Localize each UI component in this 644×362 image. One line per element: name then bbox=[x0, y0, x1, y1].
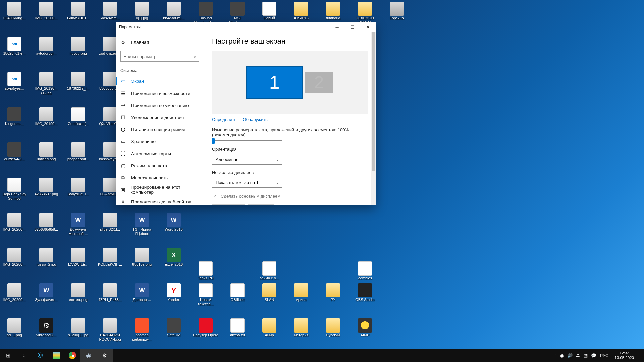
desktop-icon[interactable]: SafeUM bbox=[161, 318, 186, 337]
tray-network-icon[interactable]: 🖧 bbox=[576, 353, 580, 358]
desktop-icon[interactable]: 18738222_i... bbox=[65, 72, 91, 91]
desktop-icon[interactable]: Видео bbox=[639, 2, 644, 20]
monitor-1[interactable]: 1 bbox=[246, 66, 303, 99]
sidebar-item-1[interactable]: ☰Приложения и возможности bbox=[116, 87, 204, 99]
desktop-icon[interactable]: WТЗ - Ирина ГЦ.docx bbox=[129, 213, 155, 236]
desktop-icon[interactable]: bb4c3d6b5... bbox=[161, 2, 186, 20]
multi-display-dropdown[interactable]: Показать только на 1 ⌄ bbox=[212, 177, 282, 188]
desktop-icon[interactable]: IMG_20200... bbox=[2, 213, 27, 232]
sidebar-item-4[interactable]: ⏻Питание и спящий режим bbox=[116, 123, 204, 135]
desktop-icon[interactable]: НАЗВАНИЯ РОССИИ.jpg bbox=[97, 318, 123, 342]
slider-thumb[interactable] bbox=[212, 138, 215, 144]
scale-slider[interactable] bbox=[212, 140, 282, 141]
desktop-icon[interactable]: quizlet-4-3... bbox=[2, 142, 27, 161]
sidebar-item-10[interactable]: ⌗Приложения для веб-сайтов bbox=[116, 196, 204, 205]
desktop-icon[interactable]: s1200[1].jpg bbox=[65, 318, 91, 337]
monitor-2[interactable]: 2 bbox=[305, 72, 333, 93]
desktop-icon[interactable]: ТЕЛЕФОН ИРИНА bbox=[352, 2, 378, 25]
sidebar-item-2[interactable]: ⮩Приложения по умолчанию bbox=[116, 99, 204, 111]
desktop-icon[interactable]: WДокумент Microsoft ... bbox=[65, 213, 91, 236]
desktop-icon[interactable]: OBS Studio bbox=[352, 283, 378, 302]
desktop-icon[interactable]: ирина bbox=[288, 283, 314, 302]
desktop-icon[interactable]: 686102.png bbox=[129, 248, 155, 267]
desktop-icon[interactable]: IMG_20200... bbox=[34, 2, 59, 20]
desktop-icon[interactable]: Новый текстов... bbox=[193, 283, 218, 306]
desktop-icon[interactable]: pdf18628_c1fe... bbox=[2, 37, 27, 56]
taskbar-steam[interactable]: ◉ bbox=[80, 349, 97, 362]
taskbar-app1[interactable] bbox=[48, 349, 64, 362]
desktop-icon[interactable]: 0[1].jpg bbox=[129, 2, 155, 20]
link-detect[interactable]: Обнаружить bbox=[243, 117, 267, 122]
desktop-icon[interactable]: IMG_20200... bbox=[2, 283, 27, 302]
desktop-icon[interactable]: WWord 2016 bbox=[161, 213, 186, 232]
desktop-icon[interactable]: Tanks RU bbox=[193, 261, 218, 280]
desktop-icon[interactable]: KOLLEKCII_... bbox=[97, 248, 123, 267]
sidebar-item-3[interactable]: ☐Уведомления и действия bbox=[116, 111, 204, 123]
desktop-icon[interactable]: босфор мебель.w... bbox=[129, 318, 155, 342]
desktop-icon[interactable]: заима с о... bbox=[257, 261, 282, 280]
tray-clock[interactable]: 12:33 13.05.2020 bbox=[612, 351, 637, 360]
sidebar-item-5[interactable]: ▭Хранилище bbox=[116, 135, 204, 147]
desktop-icon[interactable]: Zombies bbox=[352, 261, 378, 280]
desktop-icon[interactable]: AIMP bbox=[352, 318, 378, 337]
desktop-icon[interactable]: hd_1.png bbox=[2, 318, 27, 337]
start-button[interactable]: ⊞ bbox=[0, 349, 16, 362]
desktop-icon[interactable]: IMG_20190... (1).jpg bbox=[34, 72, 59, 95]
link-identify[interactable]: Определить bbox=[212, 117, 236, 122]
desktop-icon[interactable]: russia_2.jpg bbox=[34, 248, 59, 267]
sidebar-home[interactable]: ⚙ Главная bbox=[116, 36, 204, 49]
desktop-icon[interactable]: Kingdom-... bbox=[2, 107, 27, 126]
sidebar-item-6[interactable]: ⛶Автономные карты bbox=[116, 147, 204, 160]
desktop-icon[interactable]: лилиана bbox=[320, 2, 346, 20]
tray-defender-icon[interactable]: ▧ bbox=[584, 353, 588, 358]
desktop-icon[interactable]: 00499-King... bbox=[2, 2, 27, 20]
desktop-icon[interactable]: Новый текстов... bbox=[257, 2, 282, 25]
scrollbar-thumb[interactable] bbox=[372, 32, 375, 171]
tray-chevron-up-icon[interactable]: ˄ bbox=[554, 353, 557, 358]
desktop-icon[interactable]: 6756865658... bbox=[34, 213, 59, 232]
sidebar-item-7[interactable]: ▢Режим планшета bbox=[116, 160, 204, 172]
desktop-icon[interactable]: РУ bbox=[320, 283, 346, 302]
desktop-icon[interactable]: Русский bbox=[320, 318, 346, 337]
desktop-icon[interactable]: avtodorogi... bbox=[34, 37, 59, 56]
desktop-icon[interactable]: ОБЩ.txt bbox=[225, 283, 250, 302]
sidebar-item-8[interactable]: ⧉Многозадачность bbox=[116, 172, 204, 184]
tray-steam-icon[interactable]: ◉ bbox=[560, 353, 564, 358]
desktop-icon[interactable]: DaVinci Resolve Pro... bbox=[193, 2, 218, 25]
desktop-icon[interactable]: IMG_20190... bbox=[34, 107, 59, 126]
desktop-icon[interactable]: енкген.png bbox=[65, 283, 91, 302]
desktop-icon[interactable]: slide-32[1]... bbox=[97, 213, 123, 232]
desktop-icon[interactable]: XExcel 2016 bbox=[161, 248, 186, 267]
desktop-icon[interactable]: IMG_20200... bbox=[2, 248, 27, 267]
desktop-icon[interactable]: Doja Cat - Say So.mp3 bbox=[2, 178, 27, 201]
tray-language[interactable]: РУС bbox=[600, 353, 608, 358]
desktop-icon[interactable]: Babydive_I... bbox=[65, 178, 91, 196]
orientation-dropdown[interactable]: Альбомная ⌄ bbox=[212, 154, 282, 165]
minimize-button[interactable]: ─ bbox=[329, 22, 345, 32]
desktop-icon[interactable]: Амир bbox=[257, 318, 282, 337]
desktop-icon[interactable]: untitled.png bbox=[34, 142, 59, 161]
desktop-icon[interactable]: Браузер Opera bbox=[193, 318, 218, 337]
close-button[interactable]: ✕ bbox=[360, 22, 376, 32]
desktop-icon[interactable]: 4ZPLf_P433... bbox=[97, 283, 123, 302]
desktop-icon[interactable]: kids-swim... bbox=[97, 2, 123, 20]
desktop-icon[interactable]: Корзина bbox=[384, 2, 410, 20]
desktop-icon[interactable]: WЗульфаизм... bbox=[34, 283, 59, 302]
desktop-icon[interactable]: huygu.png bbox=[65, 37, 91, 56]
desktop-icon[interactable]: MSI Afterburner bbox=[225, 2, 250, 25]
content-scrollbar[interactable] bbox=[371, 32, 376, 205]
desktop-icon[interactable]: WДоговор-... bbox=[129, 283, 155, 302]
desktop-icon[interactable]: pdfволобуев... bbox=[2, 72, 27, 91]
sidebar-item-9[interactable]: ▣Проецирование на этот компьютер bbox=[116, 184, 204, 196]
desktop-icon[interactable]: SLAN bbox=[257, 283, 282, 302]
maximize-button[interactable]: ☐ bbox=[345, 22, 360, 32]
taskbar-edge[interactable]: ⓔ bbox=[32, 349, 48, 362]
desktop-icon[interactable]: История bbox=[288, 318, 314, 337]
desktop-icon[interactable]: 42353637.png bbox=[34, 178, 59, 196]
taskbar-chrome[interactable] bbox=[64, 349, 80, 362]
desktop-icon[interactable]: Certificate[... bbox=[65, 107, 91, 126]
desktop-icon[interactable]: Gubw3OET... bbox=[65, 2, 91, 20]
desktop-icon[interactable]: YYandex bbox=[161, 283, 186, 302]
tray-volume-icon[interactable]: 🔊 bbox=[567, 353, 573, 358]
settings-search[interactable]: Найти параметр ⌕ bbox=[120, 51, 199, 62]
